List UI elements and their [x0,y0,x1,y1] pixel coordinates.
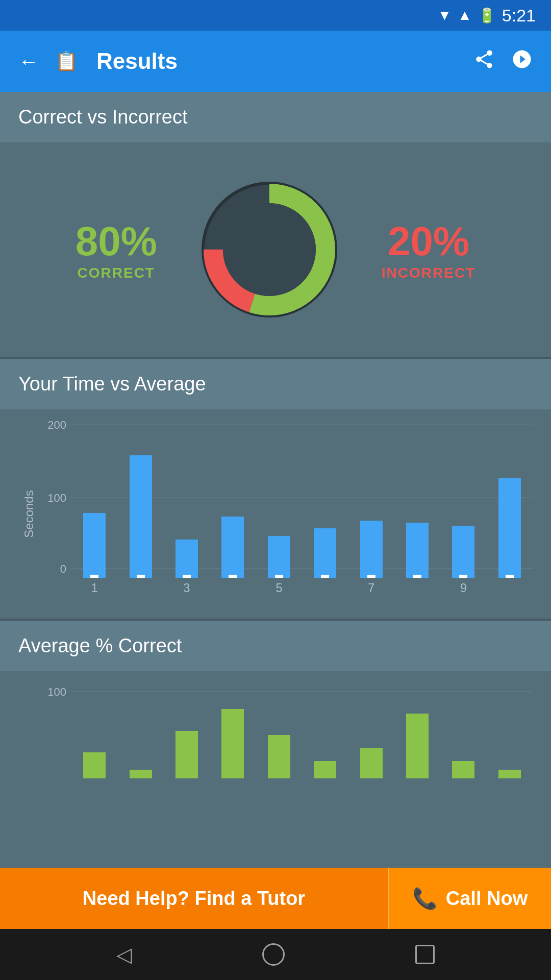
avg-marker-1 [90,575,98,578]
avg-chart-wrapper: 100 [0,671,551,783]
time-bar-group-1 [71,425,117,578]
time-bar-group-9 [440,425,486,578]
time-chart-area: 200 100 0 13579 [41,425,533,598]
avg-chart-section: 100 [0,671,551,868]
time-bar-group-8 [394,425,440,578]
avg-marker-3 [183,575,191,578]
incorrect-percent: 20% [382,218,475,265]
time-vs-average-title: Your Time vs Average [18,373,206,395]
time-bar-group-7 [348,425,394,578]
avg-marker-8 [413,575,421,578]
x-label-2: 3 [164,581,210,595]
x-labels: 13579 [71,578,533,598]
avg-bar-group-3 [164,692,210,778]
nav-back-button[interactable]: ◁ [116,943,132,966]
avg-bar-1 [83,752,106,778]
avg-bar-4 [221,709,244,778]
avg-marker-4 [229,575,237,578]
x-label-0: 1 [71,581,117,595]
svg-point-3 [223,203,316,296]
correct-vs-incorrect-header: Correct vs Incorrect [0,92,551,142]
avg-bar-group-1 [71,692,117,778]
page-title: Results [96,48,461,74]
navigate-icon[interactable] [511,48,533,75]
avg-bar-group-6 [302,692,348,778]
avg-marker-7 [367,575,375,578]
avg-bar-10 [498,770,521,778]
y-label-200: 200 [47,419,66,432]
share-icon[interactable] [473,48,495,75]
time-chart-wrapper: Seconds 200 100 0 13579 [0,420,551,608]
doc-icon: 📋 [55,51,78,72]
avg-marker-9 [459,575,467,578]
avg-bar-group-8 [394,692,440,778]
avg-bar-2 [130,770,152,778]
time-bar-7 [360,521,383,578]
y-label-100: 100 [47,492,66,505]
status-bar: ▼ ▲ 🔋 5:21 [0,0,551,31]
avg-bar-6 [314,761,336,778]
time-chart-section: Seconds 200 100 0 13579 [0,409,551,619]
status-time: 5:21 [502,6,536,26]
avg-bar-3 [176,731,198,779]
avg-chart-area: 100 [41,676,533,778]
find-tutor-button[interactable]: Need Help? Find a Tutor [0,868,388,929]
signal-icon: ▲ [458,7,472,23]
avg-bar-group-2 [117,692,163,778]
time-bar-3 [176,540,198,578]
correct-vs-incorrect-title: Correct vs Incorrect [18,106,188,128]
y-label-0: 0 [60,562,66,576]
time-bars [71,425,533,578]
app-bar-actions [473,48,533,75]
call-now-button[interactable]: 📞 Call Now [388,868,551,929]
time-bar-group-3 [164,425,210,578]
nav-home-button[interactable] [262,943,285,966]
time-bar-2 [130,455,152,578]
avg-bar-5 [268,735,290,778]
time-bar-1 [83,513,106,578]
donut-chart-section: 80% CORRECT 20% INCORRECT [0,142,551,357]
correct-label: 80% CORRECT [76,218,157,281]
find-tutor-text: Need Help? Find a Tutor [83,888,305,910]
time-bar-4 [221,517,244,578]
wifi-icon: ▼ [437,7,452,23]
time-bar-group-4 [210,425,256,578]
call-now-text: Call Now [446,888,528,910]
avg-bar-9 [452,761,474,778]
app-bar: ← 📋 Results [0,31,551,92]
correct-percent: 80% [76,218,157,265]
avg-correct-header: Average % Correct [0,621,551,671]
time-bar-5 [268,536,290,578]
time-bar-group-5 [256,425,302,578]
time-bar-group-10 [487,425,533,578]
x-label-6: 7 [348,581,394,595]
incorrect-label: 20% INCORRECT [382,218,475,281]
avg-marker-5 [275,575,283,578]
x-label-8: 9 [440,581,486,595]
correct-text: CORRECT [76,265,157,281]
avg-marker-6 [321,575,329,578]
time-bar-9 [452,526,474,578]
time-bar-10 [498,478,521,578]
status-icons: ▼ ▲ 🔋 5:21 [437,6,536,26]
time-bar-8 [406,523,429,578]
cta-bar: Need Help? Find a Tutor 📞 Call Now [0,868,551,929]
avg-bar-group-10 [487,692,533,778]
donut-chart [188,168,351,331]
x-label-4: 5 [256,581,302,595]
avg-bar-7 [360,748,383,779]
time-bar-group-2 [117,425,163,578]
avg-bar-8 [406,714,429,779]
avg-bar-group-7 [348,692,394,778]
avg-bar-group-5 [256,692,302,778]
avg-marker-10 [506,575,514,578]
avg-marker-2 [137,575,145,578]
avg-bar-group-4 [210,692,256,778]
back-button[interactable]: ← [18,50,39,73]
nav-recent-button[interactable] [415,945,435,964]
time-bar-group-6 [302,425,348,578]
avg-bar-group-9 [440,692,486,778]
nav-bar: ◁ [0,929,551,980]
avg-bars [71,692,533,778]
incorrect-text: INCORRECT [382,265,475,281]
